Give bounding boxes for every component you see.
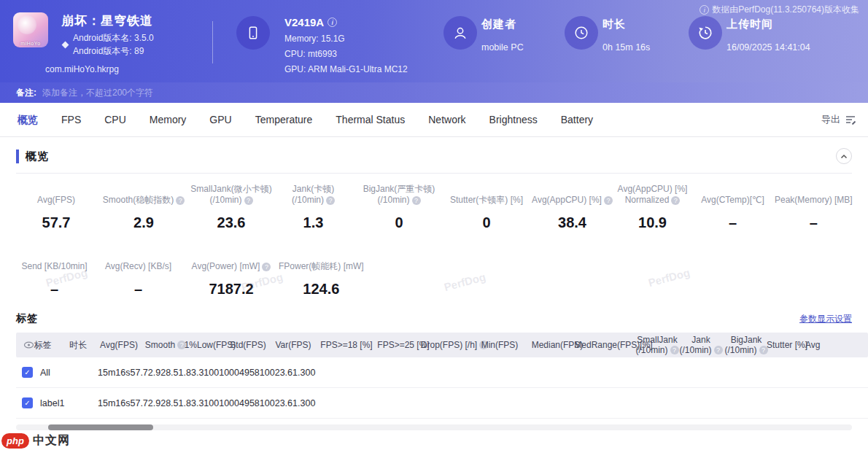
tab-item[interactable]: Brightness: [478, 103, 549, 136]
remark-placeholder: 添加备注，不超过200个字符: [42, 87, 153, 99]
app-icon-caption: miHoYo: [13, 41, 48, 46]
table-cell: 1.8: [179, 398, 191, 408]
phone-icon: [236, 16, 270, 50]
table-cell: 1.3: [292, 368, 305, 378]
table-header-cell[interactable]: FPS>=18 [%]: [319, 333, 373, 357]
table-cell: 0: [305, 398, 310, 408]
table-header-cell[interactable]: Min(FPS): [476, 333, 524, 357]
table-header-cell[interactable]: 标签: [16, 333, 58, 357]
help-icon[interactable]: [604, 196, 613, 205]
table-header-cell[interactable]: Avg(FPS): [98, 333, 140, 357]
metric-value: 7187.2: [209, 281, 253, 298]
site-watermark: php 中文网: [0, 430, 868, 449]
section-divider: [16, 173, 852, 174]
table-cell: 15m16s: [98, 398, 130, 408]
table-row: label1 15m16s 57.7 2.9 28.5 1.8: [16, 388, 868, 419]
app-title: 崩坏：星穹铁道: [61, 12, 153, 29]
report-header: 数据由PerfDog(11.3.250764)版本收集 miHoYo 崩坏：星穹…: [0, 0, 868, 82]
metric-card: Avg(AppCPU) [%] Normalized 10.9: [614, 184, 691, 231]
metric-value: –: [729, 214, 737, 231]
remark-bar[interactable]: 备注: 添加备注，不超过200个字符: [0, 82, 868, 103]
table-body: All 15m16s 57.7 2.9 28.5 1.8: [16, 357, 868, 419]
device-info-icon[interactable]: [328, 18, 337, 27]
metric-card: Avg(FPS) 57.7: [16, 184, 96, 231]
metric-value: 57.7: [42, 214, 71, 231]
table-header-cell[interactable]: Avg: [805, 333, 820, 357]
table-cell: 23.6: [275, 368, 292, 378]
help-icon[interactable]: [176, 196, 185, 205]
table-header-cell[interactable]: Drop(FPS) [/h]: [433, 333, 476, 357]
android-version-code: Android版本号: 89: [73, 45, 144, 58]
tab-item[interactable]: Temperature: [244, 103, 325, 136]
parameter-display-settings-link[interactable]: 参数显示设置: [799, 313, 852, 325]
help-icon[interactable]: [326, 196, 335, 205]
metric-card: SmallJank(微小卡顿) (/10min) 23.6: [191, 184, 271, 231]
table-header-cell[interactable]: Std(FPS): [229, 333, 267, 357]
table-cell: 3.3: [191, 368, 204, 378]
help-icon[interactable]: [714, 346, 723, 354]
collapse-section-button[interactable]: [836, 148, 852, 164]
table-cell: 15m16s: [98, 368, 130, 378]
table-cell: 0: [234, 398, 239, 408]
upload-time-label: 上传时间: [726, 18, 773, 31]
metric-card: FPower(帧能耗) [mW] 124.6: [279, 250, 364, 298]
help-icon[interactable]: [244, 196, 253, 205]
tab-item[interactable]: Thermal Status: [324, 103, 416, 136]
metric-card: BigJank(严重卡顿) (/10min) 0: [355, 184, 443, 231]
table-header-cell[interactable]: 1%Low(FPS): [191, 333, 229, 357]
row-checkbox[interactable]: [22, 367, 33, 378]
table-cell: 49: [239, 398, 249, 408]
export-button[interactable]: 导出: [821, 113, 856, 126]
help-icon[interactable]: [670, 346, 679, 354]
table-cell: 1.8: [179, 368, 191, 378]
table-cell: 57.7: [130, 398, 147, 408]
table-header-cell[interactable]: Jank (/10min): [678, 333, 724, 357]
scrollbar-thumb[interactable]: [48, 424, 153, 430]
table-cell: 0: [234, 368, 239, 378]
metric-value: 38.4: [558, 214, 586, 231]
table-cell: 100: [219, 368, 234, 378]
horizontal-scrollbar[interactable]: [16, 424, 852, 430]
tab-item[interactable]: Memory: [138, 103, 198, 136]
tab-item[interactable]: FPS: [50, 103, 93, 136]
metric-card: Avg(Recv) [KB/s] –: [93, 250, 184, 298]
table-cell: 23.6: [275, 398, 292, 408]
table-header-cell[interactable]: SmallJank (/10min): [636, 333, 678, 357]
table-cell: 58: [249, 398, 260, 408]
tab-item[interactable]: GPU: [198, 103, 243, 136]
table-header-cell[interactable]: Var(FPS): [267, 333, 319, 357]
creator-value: mobile PC: [481, 42, 524, 53]
table-cell: 2.9: [148, 368, 160, 378]
help-icon[interactable]: [671, 196, 680, 205]
tab-item[interactable]: 概览: [6, 103, 50, 136]
php-logo-badge: php: [1, 433, 29, 449]
table-cell: 49: [239, 368, 249, 378]
table-header-cell[interactable]: Smooth: [140, 333, 191, 357]
metric-value: –: [810, 214, 818, 231]
metric-value: 2.9: [133, 214, 154, 231]
table-cell: 3.3: [191, 398, 204, 408]
duration-value: 0h 15m 16s: [602, 42, 650, 53]
device-cpu: CPU: mt6993: [284, 49, 337, 59]
metric-value: –: [134, 281, 142, 298]
metric-card: Jank(卡顿) (/10min) 1.3: [271, 184, 355, 231]
table-header-cell[interactable]: BigJank (/10min): [724, 333, 769, 357]
metric-card: Avg(CTemp)[℃] –: [691, 184, 775, 231]
help-icon[interactable]: [262, 263, 271, 271]
tab-item[interactable]: Network: [416, 103, 477, 136]
upload-time-value: 16/09/2025 14:41:04: [726, 42, 810, 53]
tab-item[interactable]: CPU: [93, 103, 138, 136]
row-checkbox[interactable]: [22, 397, 33, 408]
table-cell: 100: [260, 368, 275, 378]
table-header-cell[interactable]: MedRange(FPS)[%]: [591, 333, 636, 357]
table-header-cell[interactable]: 时长: [58, 333, 98, 357]
php-logo-text: 中文网: [33, 433, 70, 449]
eye-icon[interactable]: [23, 340, 34, 350]
metric-value: 0: [482, 214, 490, 231]
table-header-cell[interactable]: Stutter [%]: [769, 333, 805, 357]
device-memory: Memory: 15.1G: [284, 34, 345, 44]
tab-item[interactable]: Battery: [549, 103, 605, 136]
help-icon[interactable]: [412, 196, 421, 205]
remark-label: 备注:: [16, 87, 36, 99]
labels-section: 标签 参数显示设置 标签: [0, 298, 868, 430]
